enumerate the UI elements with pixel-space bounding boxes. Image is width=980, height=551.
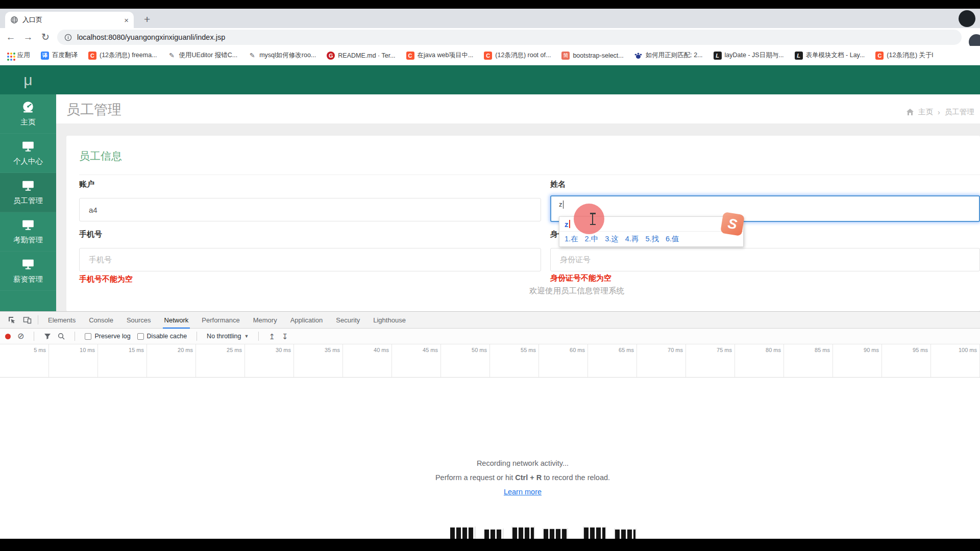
devtools-tab[interactable]: Network bbox=[158, 312, 195, 329]
devtools-tab[interactable]: Sources bbox=[120, 312, 158, 329]
employee-info-card bbox=[66, 136, 980, 311]
timeline-tick: 5 ms bbox=[0, 344, 49, 377]
clear-icon[interactable]: ⊘ bbox=[17, 332, 24, 340]
idcard-placeholder: 身份证号 bbox=[560, 255, 591, 265]
preserve-log-label: Preserve log bbox=[94, 333, 130, 340]
bookmark-item[interactable]: (12条消息) freema... bbox=[88, 51, 157, 60]
bookmark-label: README.md · Ter... bbox=[338, 52, 395, 59]
timeline-tick: 75 ms bbox=[686, 344, 735, 377]
checkbox-icon[interactable] bbox=[137, 333, 144, 340]
devtools-tab[interactable]: Elements bbox=[41, 312, 82, 329]
bookmark-favicon-icon bbox=[561, 52, 570, 60]
throttling-value: No throttling bbox=[207, 333, 241, 340]
reload-icon[interactable]: ↻ bbox=[38, 28, 53, 46]
phone-input[interactable]: 手机号 bbox=[79, 248, 541, 271]
ime-candidate[interactable]: 3.这 bbox=[605, 234, 619, 244]
devtools-tab[interactable]: Console bbox=[82, 312, 120, 329]
sidebar-item[interactable]: 员工管理 bbox=[0, 173, 56, 212]
bookmark-item[interactable]: (12条消息) 关于l bbox=[875, 51, 933, 60]
browser-tab[interactable]: 入口页 × bbox=[5, 12, 134, 28]
export-har-icon[interactable]: ↧ bbox=[282, 333, 288, 340]
ime-candidate[interactable]: 6.值 bbox=[666, 234, 679, 244]
devtools-tab[interactable]: Memory bbox=[247, 312, 284, 329]
back-icon[interactable]: ← bbox=[3, 28, 18, 46]
card-divider bbox=[79, 174, 980, 175]
monitor-icon bbox=[21, 218, 35, 232]
disable-cache-label: Disable cache bbox=[147, 333, 187, 340]
checkbox-icon[interactable] bbox=[85, 333, 91, 340]
bookmark-item[interactable]: README.md · Ter... bbox=[327, 52, 395, 60]
devtools-panel: Elements Console Sources Network Perform… bbox=[0, 311, 980, 551]
bookmark-favicon-icon bbox=[484, 52, 492, 60]
breadcrumb-home[interactable]: 主页 bbox=[918, 107, 933, 117]
idcard-input[interactable]: 身份证号 bbox=[550, 248, 980, 271]
url-text[interactable]: localhost:8080/yuangongxinxiguanli/index… bbox=[77, 33, 225, 41]
subtitle-glyph-fragment bbox=[483, 529, 504, 539]
devtools-tab[interactable]: Security bbox=[329, 312, 366, 329]
bookmark-favicon-icon bbox=[795, 52, 803, 60]
ime-candidate[interactable]: 1.在 bbox=[565, 234, 578, 244]
browser-tabstrip: 入口页 × + bbox=[0, 9, 980, 28]
site-logo[interactable]: μ bbox=[0, 65, 56, 94]
page-info-icon[interactable] bbox=[64, 34, 72, 41]
ime-candidate[interactable]: 5.找 bbox=[645, 234, 659, 244]
bookmark-favicon-icon bbox=[634, 52, 643, 60]
bookmark-item[interactable]: 应用 bbox=[6, 51, 30, 60]
bookmark-item[interactable]: layDate - JS日期与... bbox=[714, 51, 784, 60]
name-label: 姓名 bbox=[550, 180, 566, 189]
page-header bbox=[56, 94, 980, 123]
tab-title: 入口页 bbox=[22, 15, 120, 24]
bookmark-label: mysql如何修改roo... bbox=[259, 51, 316, 60]
bookmark-item[interactable]: 在java web项目中... bbox=[406, 51, 474, 60]
account-value: a4 bbox=[89, 206, 97, 214]
letterbox-top bbox=[0, 0, 980, 9]
overlay-record-circle[interactable] bbox=[959, 10, 975, 27]
record-icon[interactable] bbox=[5, 334, 11, 339]
bookmark-favicon-icon bbox=[6, 52, 14, 60]
sidebar-item[interactable]: 薪资管理 bbox=[0, 252, 56, 291]
divider bbox=[38, 315, 38, 324]
ime-candidate[interactable]: 4.再 bbox=[625, 234, 639, 244]
sidebar-item[interactable]: 考勤管理 bbox=[0, 212, 56, 252]
bookmark-item[interactable]: 表单模块文档 - Lay... bbox=[795, 51, 865, 60]
screen: 入口页 × + ← → ↻ localhost:8080/yuangongxin… bbox=[0, 0, 980, 551]
disable-cache-checkbox[interactable]: Disable cache bbox=[137, 333, 187, 340]
timeline-tick: 40 ms bbox=[343, 344, 392, 377]
forward-icon[interactable]: → bbox=[20, 28, 36, 46]
bookmark-item[interactable]: 如何用正则匹配: 2... bbox=[634, 51, 703, 60]
bookmark-item[interactable]: mysql如何修改roo... bbox=[248, 51, 316, 60]
filter-icon[interactable] bbox=[44, 333, 51, 340]
browser-toolbar: ← → ↻ localhost:8080/yuangongxinxiguanli… bbox=[0, 28, 980, 46]
account-input[interactable]: a4 bbox=[79, 198, 541, 221]
address-bar[interactable]: localhost:8080/yuangongxinxiguanli/index… bbox=[57, 30, 962, 45]
bookmark-item[interactable]: bootstrap-select... bbox=[561, 52, 623, 60]
bookmark-favicon-icon bbox=[168, 52, 176, 60]
import-har-icon[interactable]: ↥ bbox=[268, 333, 275, 340]
monitor-icon bbox=[21, 258, 35, 271]
bookmark-item[interactable]: 百度翻译 bbox=[41, 51, 78, 60]
hint-message: Perform a request or hit Ctrl + R to rec… bbox=[65, 473, 980, 482]
inspect-element-icon[interactable] bbox=[4, 312, 19, 328]
devtools-tab[interactable]: Application bbox=[284, 312, 330, 329]
bookmark-label: (12条消息) freema... bbox=[100, 51, 157, 60]
devtools-tab[interactable]: Lighthouse bbox=[366, 312, 412, 329]
search-icon[interactable] bbox=[58, 333, 65, 340]
devtools-tab[interactable]: Performance bbox=[195, 312, 246, 329]
new-tab-button[interactable]: + bbox=[144, 13, 150, 26]
preserve-log-checkbox[interactable]: Preserve log bbox=[85, 333, 130, 340]
recording-message: Recording network activity... bbox=[65, 459, 980, 467]
timeline-tick: 50 ms bbox=[441, 344, 490, 377]
learn-more-link[interactable]: Learn more bbox=[504, 488, 542, 496]
bookmark-item[interactable]: 使用UEditor 报错C... bbox=[168, 51, 238, 60]
sidebar-item[interactable]: 个人中心 bbox=[0, 134, 56, 173]
sidebar-item[interactable]: 主页 bbox=[0, 94, 56, 134]
tab-close-icon[interactable]: × bbox=[124, 16, 129, 24]
bookmark-favicon-icon bbox=[406, 52, 414, 60]
device-toolbar-icon[interactable] bbox=[19, 312, 35, 328]
ime-candidate[interactable]: 2.中 bbox=[585, 234, 599, 244]
throttling-select[interactable]: No throttling ▼ bbox=[207, 333, 249, 340]
bookmark-item[interactable]: (12条消息) root of... bbox=[484, 51, 551, 60]
ibeam-cursor-icon bbox=[592, 213, 594, 225]
divider bbox=[75, 332, 75, 341]
sidebar-item-label: 员工管理 bbox=[13, 196, 43, 206]
